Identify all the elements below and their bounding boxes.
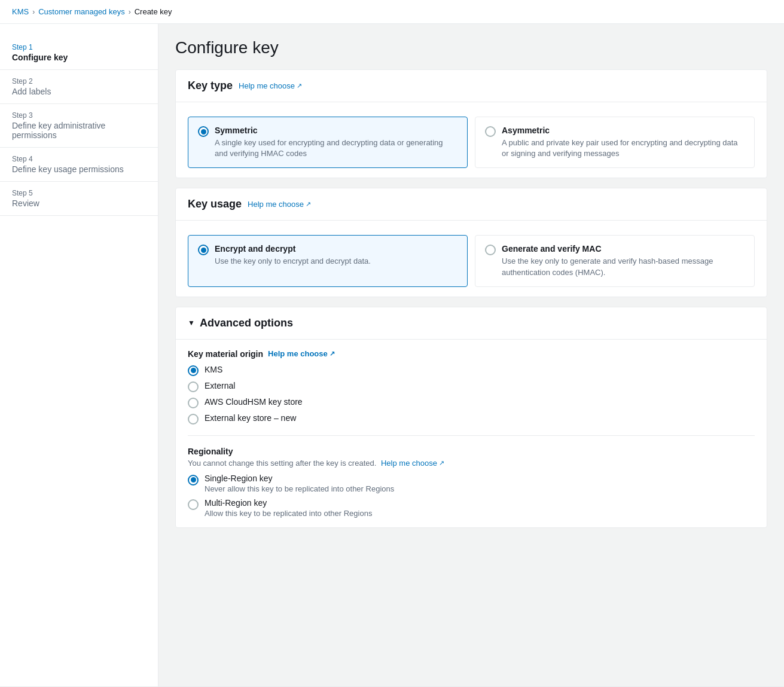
step-5-number: Step 5 xyxy=(12,189,146,197)
key-type-asymmetric-radio[interactable] xyxy=(485,126,496,137)
section-divider xyxy=(188,435,755,436)
key-usage-mac-desc: Use the key only to generate and verify … xyxy=(502,256,745,277)
breadcrumb: KMS › Customer managed keys › Create key xyxy=(0,0,784,24)
key-material-cloudhsm-radio[interactable] xyxy=(188,398,199,408)
key-material-kms-label: KMS xyxy=(205,365,222,374)
key-usage-external-icon: ↗ xyxy=(306,200,311,208)
collapse-icon: ▼ xyxy=(188,319,195,327)
regionality-label: Regionality xyxy=(188,447,755,456)
step-3-number: Step 3 xyxy=(12,111,146,120)
key-type-symmetric-desc: A single key used for encrypting and dec… xyxy=(215,138,457,159)
key-type-symmetric-option[interactable]: Symmetric A single key used for encrypti… xyxy=(188,117,468,168)
key-usage-encrypt-option[interactable]: Encrypt and decrypt Use the key only to … xyxy=(188,235,468,286)
regionality-multi-radio[interactable] xyxy=(188,499,199,510)
regionality-single-radio[interactable] xyxy=(188,475,199,486)
sidebar-item-step-5[interactable]: Step 5 Review xyxy=(0,182,158,216)
key-type-asymmetric-title: Asymmetric xyxy=(502,126,745,135)
main-content: Configure key Key type Help me choose ↗ … xyxy=(158,24,784,686)
regionality-options: Single-Region key Never allow this key t… xyxy=(188,474,755,518)
regionality-multi-content: Multi-Region key Allow this key to be re… xyxy=(205,498,372,518)
step-4-number: Step 4 xyxy=(12,155,146,163)
page-title: Configure key xyxy=(175,38,767,57)
step-1-number: Step 1 xyxy=(12,43,146,51)
advanced-options-card: ▼ Advanced options Key material origin H… xyxy=(175,307,767,528)
key-material-external-radio[interactable] xyxy=(188,381,199,392)
key-material-help-link[interactable]: Help me choose ↗ xyxy=(268,349,335,358)
regionality-single-content: Single-Region key Never allow this key t… xyxy=(205,474,394,493)
step-3-label: Define key administrative permissions xyxy=(12,121,146,140)
step-4-label: Define key usage permissions xyxy=(12,164,146,174)
key-material-kms-radio[interactable] xyxy=(188,365,199,376)
key-type-symmetric-title: Symmetric xyxy=(215,126,457,135)
regionality-description: You cannot change this setting after the… xyxy=(188,459,755,468)
key-material-origin-options: KMS External AWS CloudHSM ke xyxy=(188,365,755,425)
key-material-external-label: External xyxy=(205,381,235,390)
step-1-label: Configure key xyxy=(12,53,146,62)
key-usage-options: Encrypt and decrypt Use the key only to … xyxy=(188,235,755,286)
key-usage-card: Key usage Help me choose ↗ Encrypt and d… xyxy=(175,188,767,297)
regionality-external-icon: ↗ xyxy=(439,459,444,467)
regionality-help-text: Help me choose xyxy=(381,459,437,468)
external-link-icon: ↗ xyxy=(297,82,302,90)
key-material-external-icon: ↗ xyxy=(330,350,335,358)
regionality-single-option[interactable]: Single-Region key Never allow this key t… xyxy=(188,474,755,493)
key-usage-mac-content: Generate and verify MAC Use the key only… xyxy=(502,244,745,277)
step-2-number: Step 2 xyxy=(12,77,146,86)
breadcrumb-create-key: Create key xyxy=(135,7,172,16)
key-usage-encrypt-radio[interactable] xyxy=(198,245,209,255)
key-material-kms-option[interactable]: KMS xyxy=(188,365,755,376)
key-material-external-store-option[interactable]: External key store – new xyxy=(188,413,755,425)
key-type-body: Symmetric A single key used for encrypti… xyxy=(176,102,767,178)
key-type-asymmetric-content: Asymmetric A public and private key pair… xyxy=(502,126,745,159)
key-material-cloudhsm-label: AWS CloudHSM key store xyxy=(205,397,303,407)
key-usage-encrypt-title: Encrypt and decrypt xyxy=(215,244,371,254)
key-usage-encrypt-desc: Use the key only to encrypt and decrypt … xyxy=(215,256,371,267)
breadcrumb-kms[interactable]: KMS xyxy=(12,7,29,16)
step-2-label: Add labels xyxy=(12,87,146,96)
key-type-help-text: Help me choose xyxy=(239,81,295,90)
key-usage-mac-option[interactable]: Generate and verify MAC Use the key only… xyxy=(475,235,755,286)
regionality-help-link[interactable]: Help me choose ↗ xyxy=(381,459,444,468)
key-usage-help-link[interactable]: Help me choose ↗ xyxy=(248,200,311,209)
key-usage-body: Encrypt and decrypt Use the key only to … xyxy=(176,221,767,296)
step-5-label: Review xyxy=(12,199,146,208)
key-type-symmetric-content: Symmetric A single key used for encrypti… xyxy=(215,126,457,159)
sidebar-item-step-3[interactable]: Step 3 Define key administrative permiss… xyxy=(0,104,158,148)
breadcrumb-sep-2: › xyxy=(129,8,131,16)
key-material-cloudhsm-option[interactable]: AWS CloudHSM key store xyxy=(188,397,755,408)
breadcrumb-customer-managed-keys[interactable]: Customer managed keys xyxy=(38,7,125,16)
key-usage-title: Key usage xyxy=(188,198,242,210)
sidebar-item-step-4[interactable]: Step 4 Define key usage permissions xyxy=(0,148,158,182)
sidebar: Step 1 Configure key Step 2 Add labels S… xyxy=(0,24,158,686)
page-layout: Step 1 Configure key Step 2 Add labels S… xyxy=(0,24,784,686)
key-type-symmetric-radio[interactable] xyxy=(198,126,209,137)
key-type-title: Key type xyxy=(188,80,233,92)
key-type-card: Key type Help me choose ↗ Symmetric A si… xyxy=(175,69,767,178)
key-material-external-store-label: External key store – new xyxy=(205,413,296,423)
key-usage-mac-radio[interactable] xyxy=(485,245,496,255)
regionality-multi-option[interactable]: Multi-Region key Allow this key to be re… xyxy=(188,498,755,518)
key-usage-help-text: Help me choose xyxy=(248,200,304,209)
sidebar-item-step-2[interactable]: Step 2 Add labels xyxy=(0,70,158,104)
key-type-asymmetric-desc: A public and private key pair used for e… xyxy=(502,138,745,159)
breadcrumb-sep-1: › xyxy=(32,8,35,16)
key-type-header: Key type Help me choose ↗ xyxy=(176,70,767,102)
key-type-options: Symmetric A single key used for encrypti… xyxy=(188,117,755,168)
advanced-options-header[interactable]: ▼ Advanced options xyxy=(176,307,767,340)
key-material-external-store-radio[interactable] xyxy=(188,414,199,425)
key-usage-header: Key usage Help me choose ↗ xyxy=(176,188,767,221)
advanced-options-body: Key material origin Help me choose ↗ KMS xyxy=(176,340,767,527)
key-usage-encrypt-content: Encrypt and decrypt Use the key only to … xyxy=(215,244,371,267)
key-material-origin-label: Key material origin Help me choose ↗ xyxy=(188,349,755,359)
sidebar-item-step-1[interactable]: Step 1 Configure key xyxy=(0,36,158,70)
key-material-help-text: Help me choose xyxy=(268,349,328,358)
advanced-options-title: Advanced options xyxy=(200,317,293,329)
key-type-help-link[interactable]: Help me choose ↗ xyxy=(239,81,302,90)
key-type-asymmetric-option[interactable]: Asymmetric A public and private key pair… xyxy=(475,117,755,168)
key-material-external-option[interactable]: External xyxy=(188,381,755,392)
key-usage-mac-title: Generate and verify MAC xyxy=(502,244,745,254)
